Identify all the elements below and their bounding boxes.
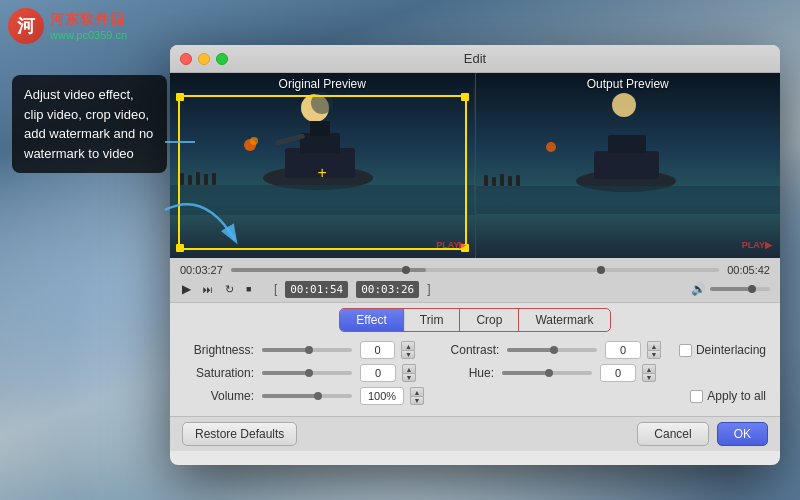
timecode-b: 00:03:26	[356, 281, 419, 298]
brightness-slider[interactable]	[262, 348, 352, 352]
cancel-button[interactable]: Cancel	[637, 422, 708, 446]
scrubber-fill	[231, 268, 426, 272]
tab-crop[interactable]: Crop	[459, 309, 518, 331]
contrast-slider-fill	[507, 348, 552, 352]
edit-dialog: Edit Original Preview	[170, 45, 780, 465]
timecode-a: 00:01:54	[285, 281, 348, 298]
saturation-slider-thumb[interactable]	[305, 369, 313, 377]
scrubber-track[interactable]	[231, 268, 719, 272]
hue-stepper-up[interactable]: ▲	[642, 364, 656, 373]
svg-rect-6	[310, 121, 330, 136]
apply-all-checkbox[interactable]	[690, 390, 703, 403]
annotation-text: Adjust video effect, clip video, crop vi…	[24, 87, 153, 161]
volume-label: Volume:	[184, 389, 254, 403]
contrast-value[interactable]: 0	[605, 341, 641, 359]
brightness-row: Brightness: 0 ▲ ▼ Contrast: 0 ▲ ▼	[184, 341, 766, 359]
tab-trim[interactable]: Trim	[403, 309, 460, 331]
svg-point-17	[612, 93, 636, 117]
hue-stepper: ▲ ▼	[642, 364, 656, 382]
contrast-slider[interactable]	[507, 348, 597, 352]
annotation-arrow	[165, 190, 245, 270]
contrast-stepper-down[interactable]: ▼	[647, 350, 661, 359]
saturation-value[interactable]: 0	[360, 364, 396, 382]
hue-slider[interactable]	[502, 371, 592, 375]
minimize-button[interactable]	[198, 53, 210, 65]
tab-watermark[interactable]: Watermark	[518, 309, 609, 331]
saturation-slider[interactable]	[262, 371, 352, 375]
volume-row: Volume: 100% ▲ ▼ Apply to all	[184, 387, 766, 405]
svg-point-2	[311, 92, 333, 114]
svg-point-15	[250, 137, 258, 145]
apply-all-wrap: Apply to all	[690, 389, 766, 403]
volume-effect-thumb[interactable]	[314, 392, 322, 400]
time-end: 00:05:42	[727, 264, 770, 276]
brightness-slider-thumb[interactable]	[305, 346, 313, 354]
bracket-close: ]	[427, 282, 430, 296]
output-preview-panel: Output Preview	[476, 73, 781, 258]
volume-effect-slider[interactable]	[262, 394, 352, 398]
loop-button[interactable]: ↻	[223, 281, 236, 298]
bracket-open: [	[274, 282, 277, 296]
brightness-value[interactable]: 0	[360, 341, 396, 359]
play-button[interactable]: ▶	[180, 280, 193, 298]
brightness-stepper: ▲ ▼	[401, 341, 415, 359]
svg-rect-11	[204, 174, 208, 185]
volume-stepper-up[interactable]: ▲	[410, 387, 424, 396]
svg-rect-9	[188, 175, 192, 185]
contrast-slider-thumb[interactable]	[550, 346, 558, 354]
step-forward-button[interactable]: ⏭	[201, 282, 215, 297]
svg-rect-26	[476, 186, 781, 214]
preview-right-watermark: PLAY▶	[742, 240, 772, 250]
brightness-label: Brightness:	[184, 343, 254, 357]
watermark-text: 河东软件园 www.pc0359.cn	[50, 11, 127, 41]
saturation-row: Saturation: 0 ▲ ▼ Hue: 0 ▲ ▼	[184, 364, 766, 382]
scrubber-thumb-start[interactable]	[402, 266, 410, 274]
contrast-label: Contrast:	[439, 343, 499, 357]
controls-section: Brightness: 0 ▲ ▼ Contrast: 0 ▲ ▼	[170, 337, 780, 416]
svg-rect-23	[500, 174, 504, 186]
brightness-stepper-up[interactable]: ▲	[401, 341, 415, 350]
deinterlacing-wrap: Deinterlacing	[679, 343, 766, 357]
titlebar: Edit	[170, 45, 780, 73]
svg-rect-19	[594, 151, 659, 179]
preview-section: Original Preview	[170, 73, 780, 258]
transport-row: ▶ ⏭ ↻ ■ [ 00:01:54 00:03:26 ] 🔊	[180, 280, 770, 298]
volume-track[interactable]	[710, 287, 770, 291]
brightness-stepper-down[interactable]: ▼	[401, 350, 415, 359]
svg-rect-8	[180, 173, 184, 185]
action-buttons: Cancel OK	[637, 422, 768, 446]
apply-all-label: Apply to all	[707, 389, 766, 403]
contrast-stepper-up[interactable]: ▲	[647, 341, 661, 350]
output-preview-label: Output Preview	[476, 77, 781, 91]
saturation-stepper: ▲ ▼	[402, 364, 416, 382]
volume-stepper-down[interactable]: ▼	[410, 396, 424, 405]
svg-rect-22	[492, 177, 496, 186]
contrast-stepper: ▲ ▼	[647, 341, 661, 359]
site-name: 河东软件园	[50, 11, 127, 29]
deinterlacing-label: Deinterlacing	[696, 343, 766, 357]
svg-rect-12	[212, 173, 216, 185]
saturation-stepper-up[interactable]: ▲	[402, 364, 416, 373]
deinterlacing-checkbox[interactable]	[679, 344, 692, 357]
hue-value[interactable]: 0	[600, 364, 636, 382]
ok-button[interactable]: OK	[717, 422, 768, 446]
svg-rect-10	[196, 172, 200, 185]
stop-button[interactable]: ■	[244, 282, 253, 296]
site-url: www.pc0359.cn	[50, 29, 127, 41]
restore-defaults-button[interactable]: Restore Defaults	[182, 422, 297, 446]
preview-left-watermark: PLAY▶	[436, 240, 466, 250]
svg-rect-21	[484, 175, 488, 186]
original-preview-label: Original Preview	[170, 77, 475, 91]
volume-thumb[interactable]	[748, 285, 756, 293]
svg-rect-20	[608, 135, 646, 153]
close-button[interactable]	[180, 53, 192, 65]
volume-value[interactable]: 100%	[360, 387, 404, 405]
maximize-button[interactable]	[216, 53, 228, 65]
hue-slider-thumb[interactable]	[545, 369, 553, 377]
tab-effect[interactable]: Effect	[340, 309, 402, 331]
saturation-stepper-down[interactable]: ▼	[402, 373, 416, 382]
hue-stepper-down[interactable]: ▼	[642, 373, 656, 382]
volume-stepper: ▲ ▼	[410, 387, 424, 405]
scrubber-thumb-end[interactable]	[597, 266, 605, 274]
tab-bar: Effect Trim Crop Watermark	[170, 303, 780, 337]
